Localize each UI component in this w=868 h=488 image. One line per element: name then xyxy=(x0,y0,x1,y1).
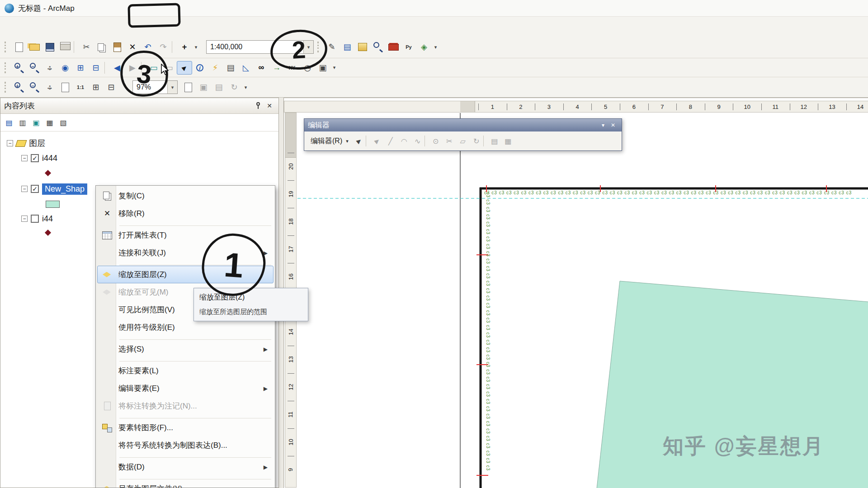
point-symbol-icon[interactable] xyxy=(45,170,51,176)
context-menu-item-features-to-graphics[interactable]: 要素转图形(F)... ▶ xyxy=(97,419,274,436)
separator[interactable]: ▶ xyxy=(119,415,271,418)
context-menu-item-data[interactable]: 数据(D) ▶ xyxy=(97,458,274,476)
list-by-drawing-order-icon[interactable]: ▤ xyxy=(3,117,15,128)
menu-geoprocessing[interactable] xyxy=(80,24,93,29)
save-icon[interactable] xyxy=(42,40,57,54)
layer-visibility-checkbox[interactable]: ✓ xyxy=(31,154,39,162)
layer-label[interactable]: i44 xyxy=(42,214,53,224)
combo-caret-icon[interactable]: ▾ xyxy=(167,81,177,94)
full-extent-icon[interactable]: ◉ xyxy=(57,61,73,75)
list-by-source-icon[interactable]: ▥ xyxy=(17,117,28,128)
catalog-window-icon[interactable] xyxy=(355,40,370,54)
hyperlink-icon[interactable]: ⚡ xyxy=(208,61,223,75)
context-menu-item-copy[interactable]: 复制(C) ▶ xyxy=(97,187,274,205)
editor-close-icon[interactable]: ✕ xyxy=(608,121,618,129)
separator[interactable]: ▶ xyxy=(119,476,271,479)
toc-options-icon[interactable]: ▧ xyxy=(57,117,69,128)
focus-data-frame-icon[interactable]: ▣ xyxy=(196,80,211,94)
context-menu-item-edit-features[interactable]: 编辑要素(E) ▶ xyxy=(97,380,274,397)
toolbar-grip[interactable] xyxy=(5,82,8,93)
pan-icon[interactable] xyxy=(42,61,57,75)
menu-edit[interactable] xyxy=(17,24,30,29)
editor-options-caret-icon[interactable]: ▾ xyxy=(598,121,608,129)
refresh-view-icon[interactable]: ↻ xyxy=(226,80,242,94)
reshape-tool-icon[interactable]: ▱ xyxy=(456,135,470,147)
point-symbol-icon[interactable] xyxy=(45,230,51,236)
menu-insert[interactable] xyxy=(55,24,68,29)
fixed-zoom-out-icon[interactable]: ⊟ xyxy=(88,61,104,75)
context-menu-item-remove[interactable]: 移除(R) ▶ xyxy=(97,205,274,222)
close-panel-button[interactable]: ✕ xyxy=(264,101,275,111)
menu-selection[interactable] xyxy=(68,24,80,29)
context-menu-item-save-as-layer-file[interactable]: 另存为图层文件(Y)... ▶ xyxy=(97,480,274,488)
split-tool-icon[interactable]: ✂ xyxy=(443,135,456,147)
context-menu-item-convert-symbology[interactable]: 将符号系统转换为制图表达(B)... ▶ xyxy=(97,436,274,454)
collapse-icon[interactable]: − xyxy=(7,140,13,146)
zoom-100-icon[interactable]: 1:1 xyxy=(73,80,88,94)
pin-panel-button[interactable] xyxy=(253,101,264,111)
separator[interactable] xyxy=(425,136,429,146)
html-popup-icon[interactable]: ▤ xyxy=(223,61,238,75)
context-menu-item-label-features[interactable]: 标注要素(L) ▶ xyxy=(97,362,274,380)
python-window-icon[interactable]: Py xyxy=(401,40,416,54)
menu-bookmarks[interactable] xyxy=(42,24,55,29)
collapse-icon[interactable]: − xyxy=(21,216,28,222)
separator[interactable]: ▶ xyxy=(119,455,271,458)
layout-zoom-out-icon[interactable] xyxy=(27,80,42,94)
endpoint-arc-tool-icon[interactable]: ◠ xyxy=(397,135,411,147)
toolbar-options-caret-icon[interactable]: ▾ xyxy=(432,40,439,54)
measure-icon[interactable]: ◺ xyxy=(238,61,254,75)
editor-menu-dropdown[interactable]: 编辑器(R) ▾ xyxy=(307,135,352,148)
identify-icon[interactable] xyxy=(192,61,208,75)
separator[interactable]: ▶ xyxy=(119,358,271,361)
layout-fixed-zoom-in-icon[interactable]: ⊞ xyxy=(88,80,104,94)
zoom-in-icon[interactable] xyxy=(11,61,27,75)
layout-fixed-zoom-out-icon[interactable]: ⊟ xyxy=(104,80,119,94)
collapse-icon[interactable]: − xyxy=(21,186,28,192)
fixed-zoom-in-icon[interactable]: ⊞ xyxy=(73,61,88,75)
trace-tool-icon[interactable]: ∿ xyxy=(411,135,425,147)
sketch-properties-icon[interactable]: ▦ xyxy=(501,135,515,147)
list-by-selection-icon[interactable]: ▦ xyxy=(44,117,56,128)
toolbar-options-caret-icon[interactable]: ▾ xyxy=(242,80,250,94)
menu-view[interactable] xyxy=(30,24,42,29)
separator[interactable]: ▶ xyxy=(119,337,271,340)
modelbuilder-icon[interactable]: ◈ xyxy=(416,40,432,54)
separator[interactable] xyxy=(104,62,108,74)
context-menu-item-selection[interactable]: 选择(S) ▶ xyxy=(97,340,274,358)
separator[interactable] xyxy=(483,136,488,146)
toolbar-grip[interactable] xyxy=(5,42,8,52)
editor-title-bar[interactable]: 编辑器 ▾ ✕ xyxy=(304,119,622,131)
context-menu-item-convert-labels[interactable]: 将标注转换为注记(N)... ▶ xyxy=(97,397,274,415)
selected-layer-label[interactable]: New_Shap xyxy=(42,183,87,195)
straight-segment-tool-icon[interactable]: ╱ xyxy=(384,135,397,147)
layer-visibility-checkbox[interactable] xyxy=(31,215,39,223)
add-data-caret-icon[interactable]: ▾ xyxy=(192,40,200,54)
collapse-icon[interactable]: − xyxy=(21,155,28,161)
layer-label[interactable]: i444 xyxy=(42,154,57,163)
menu-window[interactable] xyxy=(106,24,118,29)
edit-annotation-tool-icon[interactable]: ► xyxy=(370,135,384,147)
rotate-tool-icon[interactable]: ↻ xyxy=(470,135,483,147)
separator[interactable] xyxy=(74,41,78,53)
zoom-out-icon[interactable] xyxy=(27,61,42,75)
find-icon[interactable]: ∞ xyxy=(254,61,269,75)
copy-icon[interactable] xyxy=(94,40,109,54)
new-document-icon[interactable] xyxy=(11,40,27,54)
paste-icon[interactable] xyxy=(109,40,125,54)
point-tool-icon[interactable]: ⊙ xyxy=(429,135,443,147)
data-driven-pages-icon[interactable]: ▤ xyxy=(211,80,226,94)
menu-file[interactable] xyxy=(5,24,17,29)
layout-pan-icon[interactable] xyxy=(42,80,57,94)
print-icon[interactable] xyxy=(57,40,73,54)
add-data-icon[interactable]: + xyxy=(177,40,192,54)
edit-tool-icon[interactable]: ► xyxy=(352,135,366,147)
open-document-icon[interactable] xyxy=(27,40,42,54)
select-elements-icon[interactable] xyxy=(177,61,192,75)
change-layout-icon[interactable] xyxy=(180,80,196,94)
search-window-icon[interactable] xyxy=(370,40,386,54)
layout-zoom-in-icon[interactable] xyxy=(11,80,27,94)
arctoolbox-icon[interactable] xyxy=(386,40,401,54)
separator[interactable] xyxy=(172,41,176,53)
separator[interactable] xyxy=(366,136,370,146)
